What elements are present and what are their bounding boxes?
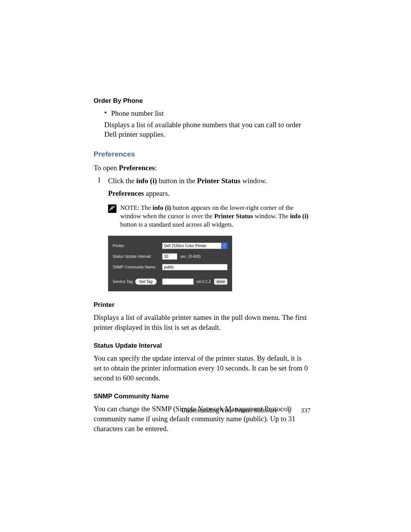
phone-desc: Displays a list of available phone numbe…: [104, 120, 311, 139]
printer-select-wrap[interactable]: Dell 2150cn Color Printer: [162, 243, 228, 249]
phone-bullet-text: Phone number list: [111, 109, 164, 118]
note-block: NOTE: The info (i) button appears on the…: [108, 204, 311, 229]
snmp-heading: SNMP Community Name: [94, 393, 311, 400]
service-tag-left: Service Tag: Get Tag: [113, 278, 162, 285]
printer-heading: Printer: [94, 301, 311, 309]
version-text: ver.0.2.3: [196, 280, 210, 284]
s1d: Printer Status: [197, 177, 241, 185]
phone-bullet: • Phone number list: [104, 109, 311, 118]
preferences-panel: Printer: Dell 2150cn Color Printer Statu…: [108, 236, 232, 291]
nf: info (i): [290, 212, 309, 220]
printer-label: Printer:: [113, 244, 162, 248]
snmp-label: SNMP Community Name:: [113, 265, 162, 269]
snmp-row: SNMP Community Name: public: [113, 262, 228, 272]
select-arrow-icon[interactable]: [221, 243, 228, 249]
note-lead: NOTE:: [120, 204, 141, 211]
s1a: Click the: [108, 177, 136, 185]
get-tag-button[interactable]: Get Tag: [135, 278, 157, 285]
interval-label: Status Update Interval:: [113, 254, 162, 259]
step-1-number: 1: [97, 176, 108, 184]
to-open-bold: Preferences: [119, 164, 155, 172]
appears-bold: Preferences: [108, 189, 144, 197]
snmp-input[interactable]: public: [162, 264, 228, 270]
footer-page-number: 337: [301, 407, 311, 414]
service-tag-label: Service Tag:: [113, 280, 134, 284]
service-tag-row: Service Tag: Get Tag ver.0.2.3 done: [113, 276, 228, 287]
printer-body: Displays a list of available printer nam…: [94, 313, 311, 332]
bullet-icon: •: [104, 109, 111, 117]
ne: window. The: [253, 212, 290, 220]
step-1: 1 Click the info (i) button in the Print…: [97, 176, 311, 186]
na: The: [141, 204, 153, 211]
interval-row: Status Update Interval: 10 sec. (0-600): [113, 251, 228, 262]
done-button[interactable]: done: [214, 278, 228, 285]
step-1-text: Click the info (i) button in the Printer…: [108, 176, 267, 186]
interval-heading: Status Update Interval: [94, 342, 311, 350]
to-open-line: To open Preferences:: [94, 163, 311, 173]
footer-divider: [289, 408, 289, 414]
ng: button is a standard used across all wid…: [120, 221, 233, 228]
nb: info (i): [153, 204, 171, 211]
printer-row: Printer: Dell 2150cn Color Printer: [113, 240, 228, 251]
service-tag-input[interactable]: [162, 278, 194, 285]
to-open-post: :: [155, 164, 156, 172]
note-text: NOTE: The info (i) button appears on the…: [120, 204, 311, 229]
printer-section: Printer Displays a list of available pri…: [94, 301, 311, 332]
interval-section: Status Update Interval You can specify t…: [94, 342, 311, 383]
nd: Printer Status: [214, 212, 253, 220]
s1e: window.: [241, 177, 267, 185]
s1b: info (i): [136, 177, 157, 185]
appears-rest: appears.: [144, 189, 170, 197]
preferences-appears: Preferences appears.: [108, 189, 311, 198]
page-content: Order By Phone • Phone number list Displ…: [94, 97, 311, 433]
printer-select[interactable]: Dell 2150cn Color Printer: [162, 243, 221, 249]
preferences-heading: Preferences: [94, 150, 311, 158]
to-open-pre: To open: [94, 164, 119, 172]
interval-unit: sec. (0-600): [180, 254, 201, 259]
footer-chapter: Understanding Your Printer Software: [181, 407, 277, 414]
order-by-phone-heading: Order By Phone: [94, 97, 311, 105]
page-footer: Understanding Your Printer Software 337: [94, 407, 311, 414]
interval-body: You can specify the update interval of t…: [94, 353, 311, 383]
interval-input[interactable]: 10: [162, 253, 177, 260]
note-icon: [108, 204, 116, 213]
s1c: button in the: [157, 177, 197, 185]
